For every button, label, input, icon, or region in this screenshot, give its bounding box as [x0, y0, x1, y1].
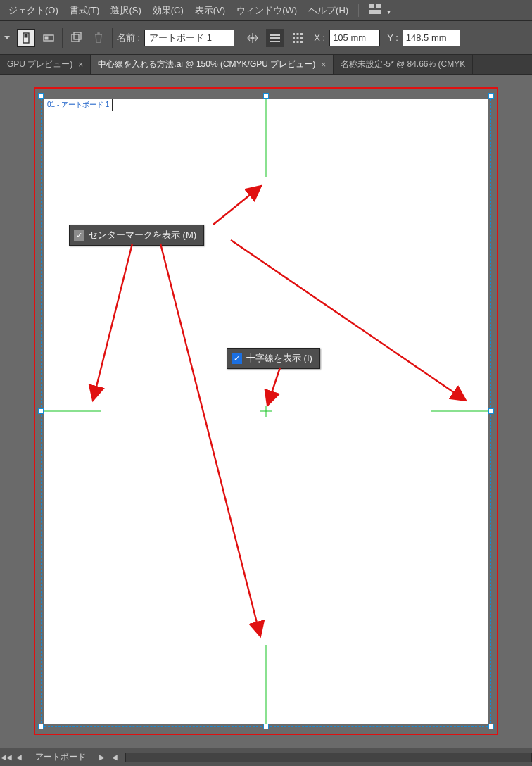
separator	[112, 28, 113, 48]
handle-mr[interactable]	[488, 408, 494, 414]
callout-label: 十字線を表示 (I)	[246, 352, 312, 365]
control-bar: 名前 : X : Y :	[0, 21, 532, 55]
separator	[62, 28, 63, 48]
artboard-name-input[interactable]	[144, 30, 234, 46]
y-input[interactable]	[403, 30, 460, 46]
artboard-wrap: 01 - アートボード 1 ✓ センターマークを表示 (M) ✓ 十字線を表示 …	[34, 87, 498, 735]
reference-point-button[interactable]	[289, 29, 307, 47]
menu-help[interactable]: ヘルプ(H)	[303, 1, 354, 20]
menu-select[interactable]: 選択(S)	[105, 1, 146, 20]
handle-bl[interactable]	[38, 724, 44, 729]
canvas[interactable]: 01 - アートボード 1 ✓ センターマークを表示 (M) ✓ 十字線を表示 …	[0, 75, 532, 748]
workspace-icon	[369, 4, 381, 14]
svg-rect-10	[293, 33, 295, 35]
x-input[interactable]	[329, 30, 380, 46]
svg-rect-13	[293, 37, 295, 39]
svg-rect-3	[45, 36, 49, 39]
svg-rect-14	[297, 37, 299, 39]
scroll-left-button[interactable]: ◀	[108, 751, 121, 764]
handle-tm[interactable]	[263, 93, 269, 99]
svg-rect-9	[270, 41, 280, 42]
handle-tl[interactable]	[38, 93, 44, 99]
separator	[239, 28, 239, 48]
svg-rect-15	[300, 37, 303, 39]
svg-rect-12	[300, 33, 303, 35]
center-mark-right	[431, 411, 488, 412]
svg-rect-18	[300, 41, 303, 43]
separator	[358, 4, 359, 17]
document-tab[interactable]: 中心線を入れる方法.ai @ 150% (CMYK/GPU プレビュー) ×	[91, 55, 334, 74]
center-mark-top	[266, 99, 267, 177]
callout-center-mark: ✓ センターマークを表示 (M)	[69, 225, 204, 246]
artboard-options-button[interactable]	[266, 29, 284, 47]
handle-br[interactable]	[488, 724, 494, 729]
tab-label: 名称未設定-5* @ 84.66% (CMYK	[341, 58, 465, 70]
callout-label: センターマークを表示 (M)	[89, 229, 196, 241]
preset-dropdown-icon[interactable]	[4, 36, 10, 39]
svg-rect-8	[270, 37, 280, 39]
close-icon[interactable]: ×	[78, 60, 83, 70]
cross-hair	[260, 406, 272, 417]
document-tab-bar: GPU プレビュー) × 中心線を入れる方法.ai @ 150% (CMYK/G…	[0, 55, 532, 75]
chevron-down-icon: ▾	[387, 8, 391, 15]
svg-point-6	[251, 37, 254, 39]
move-with-artboard-button[interactable]	[243, 29, 262, 47]
workspace-switcher[interactable]: ▾	[363, 1, 396, 19]
handle-tr[interactable]	[488, 93, 494, 99]
handle-bm[interactable]	[263, 724, 269, 729]
first-artboard-button[interactable]: ◀◀	[0, 751, 13, 764]
menu-format[interactable]: 書式(T)	[64, 1, 106, 20]
checkbox-icon: ✓	[232, 353, 242, 364]
center-mark-left	[44, 411, 101, 412]
artboard-tag[interactable]: 01 - アートボード 1	[44, 99, 113, 111]
document-tab[interactable]: GPU プレビュー) ×	[0, 55, 91, 74]
tab-label: 中心線を入れる方法.ai @ 150% (CMYK/GPU プレビュー)	[98, 58, 315, 70]
menu-object[interactable]: ジェクト(O)	[3, 1, 64, 20]
callout-cross-hair: ✓ 十字線を表示 (I)	[227, 348, 320, 369]
checkbox-icon: ✓	[74, 230, 84, 241]
artboard-nav-label[interactable]: アートボード	[35, 751, 86, 763]
document-tab[interactable]: 名称未設定-5* @ 84.66% (CMYK	[334, 55, 473, 74]
menu-view[interactable]: 表示(V)	[189, 1, 231, 20]
bottom-bar: ◀◀ ◀ アートボード ▶ ◀	[0, 748, 532, 766]
y-label: Y :	[387, 32, 398, 43]
svg-rect-7	[270, 34, 280, 36]
name-label: 名前 :	[117, 32, 140, 44]
delete-artboard-button[interactable]	[89, 29, 108, 47]
menu-effect[interactable]: 効果(C)	[147, 1, 189, 20]
new-artboard-button[interactable]	[67, 29, 85, 47]
svg-rect-1	[25, 34, 28, 37]
prev-artboard-button[interactable]: ◀	[13, 751, 25, 764]
close-icon[interactable]: ×	[321, 60, 326, 70]
svg-rect-5	[74, 32, 81, 39]
menu-bar: ジェクト(O) 書式(T) 選択(S) 効果(C) 表示(V) ウィンドウ(W)…	[0, 0, 532, 21]
orientation-portrait-button[interactable]	[17, 29, 35, 47]
svg-rect-17	[297, 41, 299, 43]
orientation-landscape-button[interactable]	[39, 29, 58, 47]
handle-ml[interactable]	[38, 408, 44, 414]
svg-rect-16	[293, 41, 295, 43]
tab-label: GPU プレビュー)	[7, 58, 72, 70]
svg-rect-4	[72, 34, 79, 42]
menu-window[interactable]: ウィンドウ(W)	[231, 1, 303, 20]
h-scrollbar[interactable]	[125, 753, 532, 762]
x-label: X :	[314, 32, 325, 43]
next-artboard-button[interactable]: ▶	[96, 751, 108, 764]
center-mark-bottom	[266, 645, 267, 724]
svg-rect-11	[297, 33, 299, 35]
